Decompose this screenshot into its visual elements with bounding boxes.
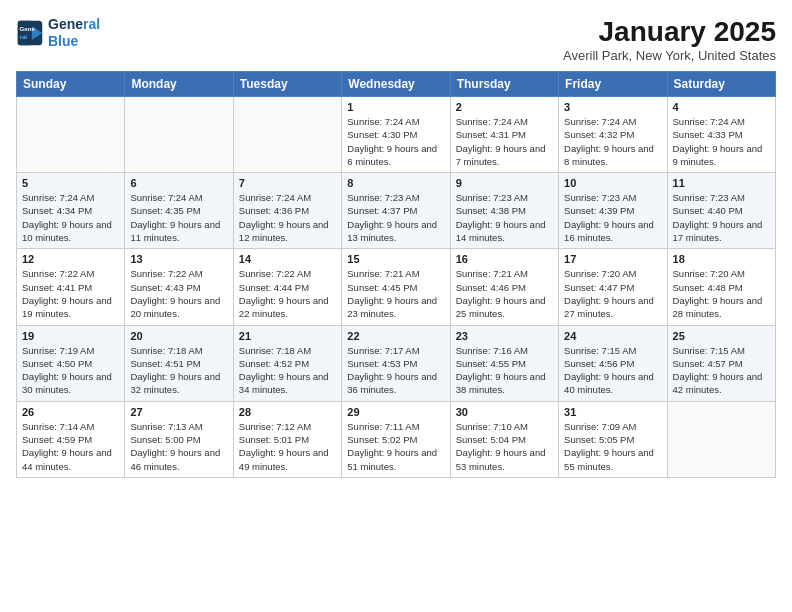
day-number: 3 — [564, 101, 661, 113]
calendar-day-cell: 30Sunrise: 7:10 AM Sunset: 5:04 PM Dayli… — [450, 401, 558, 477]
calendar-day-cell: 22Sunrise: 7:17 AM Sunset: 4:53 PM Dayli… — [342, 325, 450, 401]
day-number: 16 — [456, 253, 553, 265]
day-info: Sunrise: 7:22 AM Sunset: 4:44 PM Dayligh… — [239, 267, 336, 320]
day-number: 10 — [564, 177, 661, 189]
day-number: 21 — [239, 330, 336, 342]
day-info: Sunrise: 7:18 AM Sunset: 4:52 PM Dayligh… — [239, 344, 336, 397]
calendar-day-cell — [667, 401, 775, 477]
calendar-day-cell: 15Sunrise: 7:21 AM Sunset: 4:45 PM Dayli… — [342, 249, 450, 325]
day-number: 27 — [130, 406, 227, 418]
calendar-header-row: SundayMondayTuesdayWednesdayThursdayFrid… — [17, 72, 776, 97]
day-number: 8 — [347, 177, 444, 189]
weekday-header: Saturday — [667, 72, 775, 97]
day-info: Sunrise: 7:23 AM Sunset: 4:39 PM Dayligh… — [564, 191, 661, 244]
calendar-day-cell: 25Sunrise: 7:15 AM Sunset: 4:57 PM Dayli… — [667, 325, 775, 401]
logo: Gene ral General Blue — [16, 16, 100, 50]
day-number: 6 — [130, 177, 227, 189]
svg-text:ral: ral — [20, 33, 28, 40]
calendar-day-cell: 8Sunrise: 7:23 AM Sunset: 4:37 PM Daylig… — [342, 173, 450, 249]
calendar-day-cell — [17, 97, 125, 173]
calendar-week-row: 5Sunrise: 7:24 AM Sunset: 4:34 PM Daylig… — [17, 173, 776, 249]
day-info: Sunrise: 7:13 AM Sunset: 5:00 PM Dayligh… — [130, 420, 227, 473]
calendar-day-cell: 31Sunrise: 7:09 AM Sunset: 5:05 PM Dayli… — [559, 401, 667, 477]
calendar-day-cell: 7Sunrise: 7:24 AM Sunset: 4:36 PM Daylig… — [233, 173, 341, 249]
day-number: 17 — [564, 253, 661, 265]
day-info: Sunrise: 7:14 AM Sunset: 4:59 PM Dayligh… — [22, 420, 119, 473]
day-info: Sunrise: 7:23 AM Sunset: 4:38 PM Dayligh… — [456, 191, 553, 244]
day-number: 7 — [239, 177, 336, 189]
day-info: Sunrise: 7:24 AM Sunset: 4:33 PM Dayligh… — [673, 115, 770, 168]
calendar-week-row: 26Sunrise: 7:14 AM Sunset: 4:59 PM Dayli… — [17, 401, 776, 477]
day-number: 24 — [564, 330, 661, 342]
day-info: Sunrise: 7:11 AM Sunset: 5:02 PM Dayligh… — [347, 420, 444, 473]
day-info: Sunrise: 7:23 AM Sunset: 4:40 PM Dayligh… — [673, 191, 770, 244]
calendar-day-cell: 12Sunrise: 7:22 AM Sunset: 4:41 PM Dayli… — [17, 249, 125, 325]
day-info: Sunrise: 7:17 AM Sunset: 4:53 PM Dayligh… — [347, 344, 444, 397]
calendar-day-cell: 29Sunrise: 7:11 AM Sunset: 5:02 PM Dayli… — [342, 401, 450, 477]
calendar-day-cell — [125, 97, 233, 173]
calendar-day-cell: 2Sunrise: 7:24 AM Sunset: 4:31 PM Daylig… — [450, 97, 558, 173]
calendar-day-cell: 17Sunrise: 7:20 AM Sunset: 4:47 PM Dayli… — [559, 249, 667, 325]
day-number: 15 — [347, 253, 444, 265]
day-number: 5 — [22, 177, 119, 189]
day-number: 23 — [456, 330, 553, 342]
day-number: 31 — [564, 406, 661, 418]
weekday-header: Monday — [125, 72, 233, 97]
calendar-week-row: 1Sunrise: 7:24 AM Sunset: 4:30 PM Daylig… — [17, 97, 776, 173]
day-number: 11 — [673, 177, 770, 189]
logo-text-line2: Blue — [48, 33, 100, 50]
location: Averill Park, New York, United States — [563, 48, 776, 63]
day-number: 30 — [456, 406, 553, 418]
day-number: 20 — [130, 330, 227, 342]
day-number: 22 — [347, 330, 444, 342]
calendar-day-cell: 11Sunrise: 7:23 AM Sunset: 4:40 PM Dayli… — [667, 173, 775, 249]
calendar-day-cell: 13Sunrise: 7:22 AM Sunset: 4:43 PM Dayli… — [125, 249, 233, 325]
day-info: Sunrise: 7:19 AM Sunset: 4:50 PM Dayligh… — [22, 344, 119, 397]
day-number: 13 — [130, 253, 227, 265]
weekday-header: Tuesday — [233, 72, 341, 97]
weekday-header: Wednesday — [342, 72, 450, 97]
calendar-day-cell: 19Sunrise: 7:19 AM Sunset: 4:50 PM Dayli… — [17, 325, 125, 401]
day-number: 26 — [22, 406, 119, 418]
day-number: 18 — [673, 253, 770, 265]
calendar-day-cell: 26Sunrise: 7:14 AM Sunset: 4:59 PM Dayli… — [17, 401, 125, 477]
calendar-day-cell: 18Sunrise: 7:20 AM Sunset: 4:48 PM Dayli… — [667, 249, 775, 325]
day-info: Sunrise: 7:18 AM Sunset: 4:51 PM Dayligh… — [130, 344, 227, 397]
calendar-table: SundayMondayTuesdayWednesdayThursdayFrid… — [16, 71, 776, 478]
day-info: Sunrise: 7:10 AM Sunset: 5:04 PM Dayligh… — [456, 420, 553, 473]
day-number: 1 — [347, 101, 444, 113]
calendar-day-cell — [233, 97, 341, 173]
day-info: Sunrise: 7:15 AM Sunset: 4:56 PM Dayligh… — [564, 344, 661, 397]
calendar-day-cell: 20Sunrise: 7:18 AM Sunset: 4:51 PM Dayli… — [125, 325, 233, 401]
svg-text:Gene: Gene — [20, 25, 36, 32]
calendar-day-cell: 9Sunrise: 7:23 AM Sunset: 4:38 PM Daylig… — [450, 173, 558, 249]
day-number: 9 — [456, 177, 553, 189]
day-info: Sunrise: 7:24 AM Sunset: 4:32 PM Dayligh… — [564, 115, 661, 168]
day-info: Sunrise: 7:24 AM Sunset: 4:30 PM Dayligh… — [347, 115, 444, 168]
day-number: 2 — [456, 101, 553, 113]
day-number: 25 — [673, 330, 770, 342]
calendar-day-cell: 28Sunrise: 7:12 AM Sunset: 5:01 PM Dayli… — [233, 401, 341, 477]
calendar-day-cell: 23Sunrise: 7:16 AM Sunset: 4:55 PM Dayli… — [450, 325, 558, 401]
day-info: Sunrise: 7:21 AM Sunset: 4:45 PM Dayligh… — [347, 267, 444, 320]
calendar-day-cell: 24Sunrise: 7:15 AM Sunset: 4:56 PM Dayli… — [559, 325, 667, 401]
logo-text-line1: General — [48, 16, 100, 33]
day-info: Sunrise: 7:24 AM Sunset: 4:34 PM Dayligh… — [22, 191, 119, 244]
day-info: Sunrise: 7:22 AM Sunset: 4:43 PM Dayligh… — [130, 267, 227, 320]
day-info: Sunrise: 7:23 AM Sunset: 4:37 PM Dayligh… — [347, 191, 444, 244]
weekday-header: Sunday — [17, 72, 125, 97]
day-info: Sunrise: 7:24 AM Sunset: 4:36 PM Dayligh… — [239, 191, 336, 244]
calendar-day-cell: 27Sunrise: 7:13 AM Sunset: 5:00 PM Dayli… — [125, 401, 233, 477]
day-info: Sunrise: 7:22 AM Sunset: 4:41 PM Dayligh… — [22, 267, 119, 320]
calendar-week-row: 12Sunrise: 7:22 AM Sunset: 4:41 PM Dayli… — [17, 249, 776, 325]
day-number: 28 — [239, 406, 336, 418]
calendar-day-cell: 16Sunrise: 7:21 AM Sunset: 4:46 PM Dayli… — [450, 249, 558, 325]
day-number: 29 — [347, 406, 444, 418]
calendar-day-cell: 5Sunrise: 7:24 AM Sunset: 4:34 PM Daylig… — [17, 173, 125, 249]
day-info: Sunrise: 7:20 AM Sunset: 4:47 PM Dayligh… — [564, 267, 661, 320]
calendar-day-cell: 10Sunrise: 7:23 AM Sunset: 4:39 PM Dayli… — [559, 173, 667, 249]
day-number: 19 — [22, 330, 119, 342]
day-info: Sunrise: 7:24 AM Sunset: 4:31 PM Dayligh… — [456, 115, 553, 168]
calendar-week-row: 19Sunrise: 7:19 AM Sunset: 4:50 PM Dayli… — [17, 325, 776, 401]
calendar-day-cell: 4Sunrise: 7:24 AM Sunset: 4:33 PM Daylig… — [667, 97, 775, 173]
